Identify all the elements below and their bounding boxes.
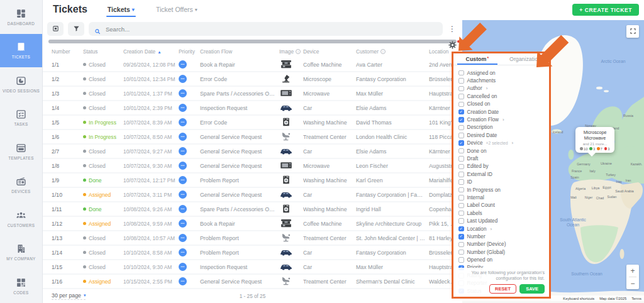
checkbox-icon[interactable]: [458, 179, 464, 185]
reset-button[interactable]: RESET: [489, 284, 516, 294]
sidebar-item-templates[interactable]: TEMPLATES: [0, 135, 42, 168]
ticket-row-1-2[interactable]: 1/2Closed10/01/2024, 12:34 PM•••Error Co…: [43, 72, 462, 87]
checkbox-checked-icon[interactable]: ✓: [458, 234, 464, 240]
sidebar-item-tasks[interactable]: TASKS: [0, 101, 42, 135]
checkbox-icon[interactable]: [458, 164, 464, 170]
sidebar-item-codes[interactable]: CODES: [0, 270, 42, 303]
column-header-creation-flow[interactable]: Creation Flow: [200, 48, 279, 55]
column-option-labels[interactable]: Labels: [458, 209, 547, 217]
column-option-author[interactable]: Author›: [458, 85, 547, 92]
ticket-row-1-10[interactable]: 1/10Assigned10/07/2024, 3:11 PM•••Genera…: [43, 188, 462, 202]
column-option-id[interactable]: ID: [458, 178, 547, 185]
search-input[interactable]: [104, 25, 437, 33]
column-option-internal[interactable]: Internal: [458, 194, 547, 201]
column-option-label-count[interactable]: Label Count: [458, 202, 547, 209]
column-header-status[interactable]: Status: [83, 48, 123, 55]
view-toggle-button[interactable]: [47, 22, 64, 36]
ticket-row-2-7[interactable]: 2/7Closed10/07/2024, 9:27 AM•••General S…: [43, 145, 462, 159]
fullscreen-button[interactable]: [626, 25, 639, 38]
column-option-opened-on[interactable]: Opened on: [458, 256, 547, 263]
sidebar-item-devices[interactable]: DEVICES: [0, 168, 42, 202]
tab-custom[interactable]: Custom*: [453, 53, 501, 65]
column-option-done-on[interactable]: Done on: [458, 147, 547, 155]
column-option-draft[interactable]: Draft: [458, 155, 547, 162]
column-header-creation-date[interactable]: Creation Date▲: [123, 48, 179, 55]
checkbox-icon[interactable]: [458, 78, 464, 84]
sidebar-item-my-company[interactable]: MY COMPANY: [0, 236, 42, 270]
column-option-creation-date[interactable]: ✓Creation Date: [458, 108, 547, 116]
column-option-number[interactable]: ✓Number: [458, 233, 547, 240]
keyboard-shortcuts-link[interactable]: Keyboard shortcuts: [563, 297, 594, 300]
ticket-row-1-9[interactable]: 1/9Done10/07/2024, 12:17 PM•••Problem Re…: [43, 174, 462, 188]
map-cluster-popup[interactable]: Microscope Microwave and 21 more... 1037…: [575, 127, 614, 153]
column-header-image[interactable]: Imagei: [279, 48, 303, 55]
ticket-row-1-13[interactable]: 1/13Closed10/08/2024, 10:57 AM•••Problem…: [43, 231, 462, 246]
column-option-description[interactable]: Description: [458, 124, 547, 131]
column-option-closed-on[interactable]: Closed on: [458, 101, 547, 108]
checkbox-checked-icon[interactable]: ✓: [458, 226, 464, 232]
checkbox-icon[interactable]: [458, 86, 464, 92]
column-header-number[interactable]: Number: [52, 48, 83, 55]
ticket-row-1-1[interactable]: 1/1Closed09/26/2024, 12:08 PM•••Book a R…: [43, 58, 462, 72]
column-header-priority[interactable]: Priority: [179, 48, 200, 55]
ticket-row-1-4[interactable]: 1/4Closed10/01/2024, 2:39 PM•••Inspectio…: [43, 101, 462, 116]
column-settings-button[interactable]: [448, 40, 460, 53]
checkbox-checked-icon[interactable]: ✓: [458, 109, 464, 115]
checkbox-icon[interactable]: [458, 94, 464, 99]
ticket-row-1-8[interactable]: 1/8Closed10/07/2024, 9:30 AM•••General S…: [43, 159, 462, 174]
column-option-desired-date[interactable]: Desired Date: [458, 131, 547, 139]
ticket-row-1-3[interactable]: 1/3Closed10/01/2024, 1:37 PM•••Spare Par…: [43, 87, 462, 101]
tab-tickets[interactable]: Tickets▾: [106, 1, 136, 18]
column-option-in-progress-on[interactable]: In Progress on: [458, 186, 547, 194]
column-option-number-device[interactable]: Number (Device): [458, 241, 547, 248]
checkbox-icon[interactable]: [458, 156, 464, 162]
column-option-creation-flow[interactable]: ✓Creation Flow›: [458, 116, 547, 123]
checkbox-icon[interactable]: [458, 70, 464, 76]
checkbox-icon[interactable]: [458, 125, 464, 131]
checkbox-icon[interactable]: [458, 172, 464, 177]
kebab-menu-icon[interactable]: ⋮: [447, 25, 457, 33]
checkbox-checked-icon[interactable]: ✓: [458, 117, 464, 123]
filter-button[interactable]: [68, 22, 84, 36]
column-header-device[interactable]: Device: [303, 48, 356, 55]
column-option-external-id[interactable]: External ID: [458, 170, 547, 178]
checkbox-icon[interactable]: [458, 102, 464, 107]
create-ticket-button[interactable]: + CREATE TICKET: [572, 4, 639, 16]
search-box[interactable]: [89, 22, 443, 36]
tab-organization[interactable]: Organization: [501, 53, 549, 65]
horizontal-scrollbar[interactable]: [48, 40, 457, 43]
save-button[interactable]: SAVE: [519, 284, 545, 294]
checkbox-icon[interactable]: [458, 148, 464, 154]
terms-link[interactable]: Terms: [631, 297, 641, 300]
column-header-customer[interactable]: Customeri: [356, 48, 429, 55]
sidebar-item-customers[interactable]: CUSTOMERS: [0, 202, 42, 236]
checkbox-icon[interactable]: [458, 250, 464, 255]
column-option-last-updated[interactable]: Last Updated: [458, 217, 547, 224]
sidebar-item-tickets[interactable]: TICKETS: [0, 34, 42, 68]
column-option-attachments[interactable]: Attachments: [458, 77, 547, 84]
column-option-number-global[interactable]: Number (Global): [458, 248, 547, 256]
checkbox-icon[interactable]: [458, 242, 464, 248]
sidebar-item-video-sessions[interactable]: VIDEO SESSIONS: [0, 67, 42, 101]
ticket-row-1-11[interactable]: 1/11Done10/08/2024, 9:26 AM•••Spare Part…: [43, 202, 462, 217]
column-option-edited-by[interactable]: Edited by: [458, 163, 547, 170]
column-option-device[interactable]: ✓Device+2 selected›: [458, 140, 547, 147]
checkbox-icon[interactable]: [458, 211, 464, 216]
ticket-row-1-14[interactable]: 1/14Closed10/10/2024, 8:58 AM•••Problem …: [43, 246, 462, 260]
column-option-location[interactable]: ✓Location›: [458, 225, 547, 233]
checkbox-icon[interactable]: [458, 133, 464, 138]
checkbox-icon[interactable]: [458, 187, 464, 193]
ticket-row-1-6[interactable]: 1/6In Progress10/07/2024, 8:50 AM•••Gene…: [43, 130, 462, 145]
zoom-out-button[interactable]: −: [626, 277, 639, 289]
checkbox-checked-icon[interactable]: ✓: [458, 140, 464, 146]
column-option-assigned-on[interactable]: Assigned on: [458, 69, 547, 77]
checkbox-icon[interactable]: [458, 218, 464, 224]
checkbox-icon[interactable]: [458, 195, 464, 201]
ticket-row-1-16[interactable]: 1/16Assigned10/15/2024, 2:55 PM•••Genera…: [43, 275, 462, 289]
sidebar-item-dashboard[interactable]: DASHBOARD: [0, 0, 42, 34]
ticket-row-1-5[interactable]: 1/5In Progress10/07/2024, 8:39 AM•••Erro…: [43, 116, 462, 130]
checkbox-icon[interactable]: [458, 257, 464, 263]
checkbox-icon[interactable]: [458, 203, 464, 209]
ticket-row-1-12[interactable]: 1/12Assigned10/08/2024, 9:59 AM•••Book a…: [43, 217, 462, 231]
ticket-row-1-15[interactable]: 1/15Closed10/10/2024, 9:30 AM•••Inspecti…: [43, 260, 462, 275]
